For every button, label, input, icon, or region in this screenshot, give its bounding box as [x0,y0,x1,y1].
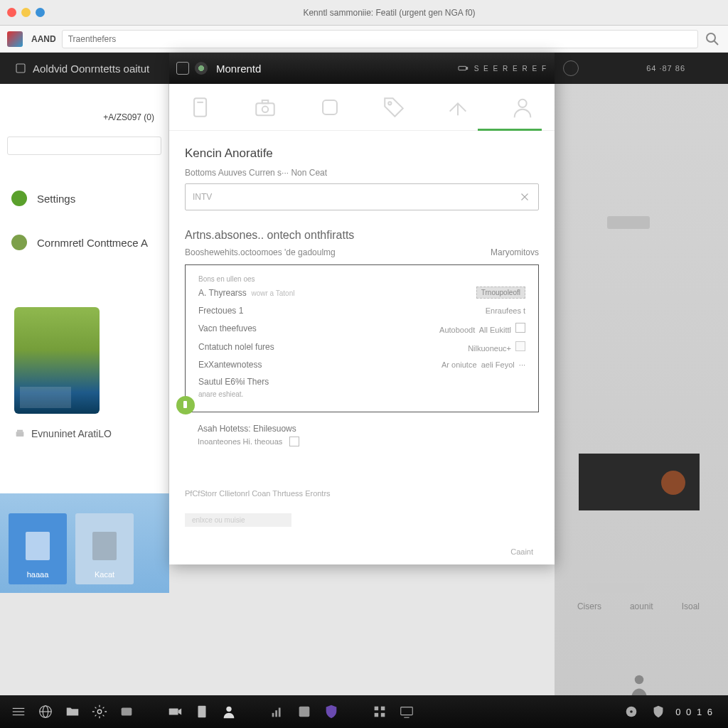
svg-rect-32 [279,708,281,717]
sidebar-item-settings[interactable]: Settings [0,176,168,220]
tb-globe-icon[interactable] [36,702,55,722]
svg-rect-26 [169,708,178,714]
avatar-stub-icon [661,471,685,495]
footer-ghost-button[interactable]: enlxce ou muisie [185,513,291,527]
sidebar-tag: +A/ZS097 (0) [0,112,168,129]
backdrop-dark-panel [579,454,700,510]
desktop-area: Aoldvid Oonrntetts oaitut 64 ·87 86 +A/Z… [0,53,728,728]
battery-icon [457,63,469,74]
save-button[interactable]: Caaint [510,547,533,556]
detail-row: anare eshieat. [198,390,525,402]
address-input[interactable] [62,30,698,48]
sub-heading: Asah Hotetss: Ehilesuows [198,424,539,434]
checkbox-icon[interactable] [515,341,525,351]
tb-app-icon[interactable] [294,702,314,722]
tab-box-icon[interactable] [313,90,347,124]
window-icon[interactable] [176,62,189,75]
svg-rect-10 [257,103,275,115]
tile-item[interactable]: haaaa [9,513,67,584]
traffic-lights [7,8,45,17]
svg-rect-7 [466,68,467,70]
detail-extra: All Eukittl [479,326,511,334]
detail-key: Cntatuch nolel fures [198,342,468,352]
taskbar: 0 0 1 6 [0,695,728,728]
svg-rect-3 [16,432,24,437]
tile-strip: haaaa Kacat [0,493,169,593]
detail-row[interactable]: ExXantewnotess Ar oniutce aeli Feyol ··· [198,356,525,373]
tab-camera-icon[interactable] [248,90,282,124]
tb-disk-icon[interactable] [621,702,641,722]
header-numbers: 64 ·87 86 [646,64,685,73]
tb-apps-grid-icon[interactable] [370,702,390,722]
svg-rect-31 [275,710,277,717]
detail-row[interactable]: Vacn theefuves Autoboodt All Eukittl [198,319,525,338]
detail-row[interactable]: A. Thyrearss wowr a Tatonl Trnoupoleofl [198,283,525,302]
name-input-row[interactable]: INTV [185,183,539,210]
svg-marker-27 [178,708,182,714]
app-round-icon [195,62,208,75]
detail-row[interactable]: Sautul E6%i Thers [198,373,525,390]
detail-key: A. Thyrearss [198,288,247,298]
svg-point-15 [518,99,526,107]
backdrop-stub [587,583,644,593]
tab-tag-icon[interactable] [377,90,411,124]
add-fab-icon[interactable] [176,396,195,414]
svg-line-1 [714,41,719,45]
tab-strip [169,84,555,131]
tb-person-icon[interactable] [219,702,239,722]
close-window-icon[interactable] [7,8,16,17]
backdrop-pill [607,216,650,229]
tb-folder-icon[interactable] [63,702,82,722]
svg-rect-6 [459,66,466,70]
clear-input-icon[interactable] [518,191,531,203]
detail-key: Sautul E6%i Thers [198,377,525,387]
svg-point-14 [388,102,391,105]
tb-card-icon[interactable] [117,702,136,722]
detail-val: Enraufees t [486,306,525,315]
tb-page-icon[interactable] [192,702,212,722]
tb-video-icon[interactable] [165,702,185,722]
detail-row[interactable]: Cntatuch nolel fures Nilkuoneuc+ [198,338,525,356]
detail-val: Autoboodt [439,326,475,334]
tab-person-icon[interactable] [505,90,540,124]
tb-gear-icon[interactable] [90,702,109,722]
maximize-window-icon[interactable] [36,8,45,17]
app-menu-icon[interactable] [14,62,27,75]
detail-note: anare eshieat. [198,390,525,398]
detail-label: Bons en ullen oes [198,275,525,283]
address-bar: AAND [0,26,728,53]
svg-point-5 [635,675,644,685]
detail-key: Frectoues 1 [198,306,486,316]
detail-box: Bons en ullen oes A. Thyrearss wowr a Ta… [185,264,539,412]
tb-shield2-icon[interactable] [648,702,668,722]
svg-point-24 [97,710,102,714]
status-dot-icon [11,191,27,206]
svg-rect-8 [194,98,206,117]
detail-val: Ar oniutce [441,360,477,369]
checkbox-icon[interactable] [289,437,299,446]
tab-page-icon[interactable] [184,90,218,124]
minimize-window-icon[interactable] [21,8,31,17]
tab-share-icon[interactable] [441,90,475,124]
sidebar-item-label: Cornmretl Conttmece A [37,237,148,249]
tile-item[interactable]: Kacat [75,513,134,584]
sidebar-search-input[interactable] [7,136,161,155]
svg-rect-34 [375,707,379,711]
header-circle-icon[interactable] [563,60,579,76]
detail-row[interactable]: Frectoues 1 Enraufees t [198,302,525,319]
tb-menu-icon[interactable] [9,702,28,722]
tb-monitor-icon[interactable] [397,702,417,722]
sidebar-card[interactable] [14,307,154,414]
checkbox-icon[interactable] [515,323,525,333]
sub-row: Inoanteones Hi. theouas [198,437,539,446]
sidebar-link[interactable]: Evnuninet AratiLO [14,428,154,439]
disk-icon [14,428,26,439]
modal-body: Kencin Anoratife Bottoms Auuves Curren s… [169,131,555,537]
sidebar-item-content[interactable]: Cornmretl Conttmece A [0,220,168,264]
tb-chart-icon[interactable] [267,702,287,722]
svg-rect-4 [17,430,23,432]
svg-rect-13 [323,100,337,114]
tb-shield-icon[interactable] [321,702,341,722]
search-icon[interactable] [704,31,721,48]
window-title-bar: Kenntl sammoniie: Featil (urgent gen NGA… [0,0,728,26]
